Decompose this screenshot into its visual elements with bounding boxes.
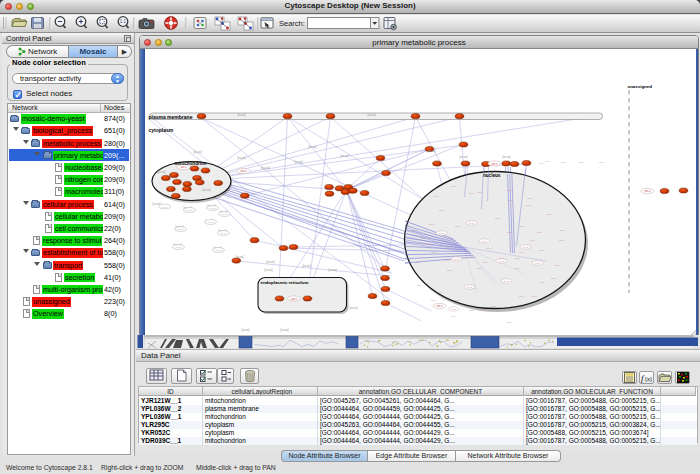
svg-text:xx(x): xx(x) — [518, 251, 523, 254]
svg-text:xx(x): xx(x) — [436, 291, 441, 294]
svg-text:xx(x): xx(x) — [529, 239, 534, 242]
svg-text:xx(x): xx(x) — [514, 257, 519, 260]
svg-text:xx(x): xx(x) — [446, 269, 451, 272]
svg-text:xxx-x: xxx-x — [180, 166, 187, 169]
svg-text:[xx-xx]: [xx-xx] — [427, 149, 435, 153]
svg-text:[xx-xx]: [xx-xx] — [261, 166, 269, 170]
svg-text:xx(x): xx(x) — [482, 261, 487, 264]
svg-text:[xx-xx]: [xx-xx] — [241, 328, 249, 332]
svg-text:[xx-xx]: [xx-xx] — [328, 268, 336, 272]
svg-text:xx(x): xx(x) — [536, 231, 541, 234]
svg-text:xx(x): xx(x) — [426, 243, 431, 246]
svg-text:xxx-x: xxx-x — [240, 170, 247, 173]
svg-text:xx(x): xx(x) — [598, 161, 603, 164]
svg-text:xx(x): xx(x) — [485, 247, 490, 250]
svg-text:unassigned: unassigned — [627, 84, 652, 89]
svg-text:xx(x): xx(x) — [538, 162, 543, 165]
svg-text:xx(x): xx(x) — [554, 264, 559, 267]
svg-text:xx(x): xx(x) — [454, 225, 459, 228]
svg-text:xx-xx: xx-xx — [177, 228, 184, 231]
svg-text:xx(x): xx(x) — [480, 309, 485, 312]
svg-text:nucleus: nucleus — [483, 173, 501, 178]
svg-text:xx(x): xx(x) — [476, 191, 481, 194]
svg-text:[xx-xx]: [xx-xx] — [349, 306, 357, 310]
svg-text:[xx-xx]: [xx-xx] — [459, 155, 467, 159]
svg-text:xx(x): xx(x) — [518, 295, 523, 298]
svg-text:(x): (x) — [645, 376, 652, 382]
svg-text:xx-xx: xx-xx — [498, 260, 504, 263]
svg-text:xx(x): xx(x) — [558, 239, 563, 242]
svg-text:xxx-x: xxx-x — [644, 190, 651, 193]
svg-text:xx(x): xx(x) — [544, 160, 549, 163]
svg-text:[xx-xx]: [xx-xx] — [308, 145, 316, 149]
svg-text:xx(x): xx(x) — [578, 161, 583, 164]
svg-text:xx(x): xx(x) — [519, 225, 524, 228]
svg-text:xx-xx: xx-xx — [503, 280, 509, 283]
svg-text:[xx-xx]: [xx-xx] — [280, 328, 288, 332]
svg-text:xx-xx: xx-xx — [466, 286, 472, 289]
svg-text:Search:: Search: — [279, 19, 305, 28]
svg-text:xx-xx: xx-xx — [215, 249, 222, 252]
svg-text:xx-xx: xx-xx — [534, 262, 540, 265]
svg-text:xx(x): xx(x) — [438, 209, 443, 212]
svg-text:xx(x): xx(x) — [526, 197, 531, 200]
svg-text:[xx-xx]: [xx-xx] — [235, 255, 243, 259]
svg-text:[xx-xx]: [xx-xx] — [193, 150, 201, 154]
svg-text:xx(x): xx(x) — [538, 249, 543, 252]
svg-text:xx(x): xx(x) — [559, 229, 564, 232]
svg-text:xx-xx: xx-xx — [220, 232, 227, 235]
svg-text:xx-xx: xx-xx — [207, 221, 214, 224]
svg-text:xx-xx: xx-xx — [161, 206, 168, 209]
svg-text:xx-xx: xx-xx — [438, 232, 444, 235]
svg-text:xx(x): xx(x) — [450, 185, 455, 188]
svg-text:xx(x): xx(x) — [450, 315, 455, 318]
svg-text:xx(x): xx(x) — [525, 204, 530, 207]
svg-text:xx-xx: xx-xx — [522, 246, 528, 249]
svg-text:xx-xx: xx-xx — [468, 222, 474, 225]
svg-text:[xx-xx]: [xx-xx] — [340, 154, 348, 158]
svg-text:xx-xx: xx-xx — [175, 246, 182, 249]
svg-text:1:1: 1:1 — [120, 19, 127, 24]
svg-text:xx(x): xx(x) — [506, 231, 511, 234]
svg-text:xx(x): xx(x) — [560, 161, 565, 164]
svg-text:xx(x): xx(x) — [494, 217, 499, 220]
svg-text:plasma membrane: plasma membrane — [148, 114, 192, 120]
svg-text:xxx-x: xxx-x — [436, 305, 443, 308]
svg-text:[xx-xx]: [xx-xx] — [237, 113, 245, 117]
svg-text:xx(x): xx(x) — [550, 277, 555, 280]
svg-text:[xx-xx]: [xx-xx] — [294, 160, 302, 164]
svg-text:[xx-xx]: [xx-xx] — [367, 113, 375, 117]
svg-text:cytoplasm: cytoplasm — [148, 127, 173, 133]
svg-text:xx-xx: xx-xx — [221, 213, 228, 216]
svg-text:xx(x): xx(x) — [546, 213, 551, 216]
svg-text:[xx-xx]: [xx-xx] — [266, 260, 274, 264]
svg-text:xx-xx: xx-xx — [186, 209, 193, 212]
svg-text:xx(x): xx(x) — [430, 299, 435, 302]
svg-text:xx(x): xx(x) — [468, 309, 473, 312]
svg-text:xx(x): xx(x) — [539, 281, 544, 284]
svg-text:xx-xx: xx-xx — [453, 258, 459, 261]
svg-text:xx(x): xx(x) — [428, 223, 433, 226]
svg-text:[xx-xx]: [xx-xx] — [202, 188, 210, 192]
svg-text:endoplasmic reticulum: endoplasmic reticulum — [260, 280, 308, 285]
svg-text:[xx-xx]: [xx-xx] — [157, 170, 165, 174]
svg-text:xxx-x: xxx-x — [491, 163, 498, 166]
svg-text:[xx-xx]: [xx-xx] — [502, 155, 510, 159]
svg-text:xx(x): xx(x) — [531, 295, 536, 298]
svg-text:[xx-xx]: [xx-xx] — [264, 268, 272, 272]
svg-text:xx-xx: xx-xx — [450, 308, 456, 311]
svg-text:xx(x): xx(x) — [433, 195, 438, 198]
svg-text:xx(x): xx(x) — [430, 251, 435, 254]
svg-text:xx(x): xx(x) — [414, 261, 419, 264]
svg-text:[xx-xx]: [xx-xx] — [302, 264, 310, 268]
svg-text:mitochondrion: mitochondrion — [174, 161, 206, 166]
svg-text:xx-xx: xx-xx — [481, 240, 487, 243]
svg-text:xx(x): xx(x) — [506, 189, 511, 192]
svg-text:xx(x): xx(x) — [416, 284, 421, 287]
svg-text:xx-xx: xx-xx — [209, 207, 216, 210]
svg-text:xx(x): xx(x) — [490, 305, 495, 308]
svg-text:xx(x): xx(x) — [506, 321, 511, 324]
svg-text:xxx-x: xxx-x — [290, 298, 297, 301]
svg-text:xx(x): xx(x) — [454, 299, 459, 302]
svg-text:xx(x): xx(x) — [468, 192, 473, 195]
